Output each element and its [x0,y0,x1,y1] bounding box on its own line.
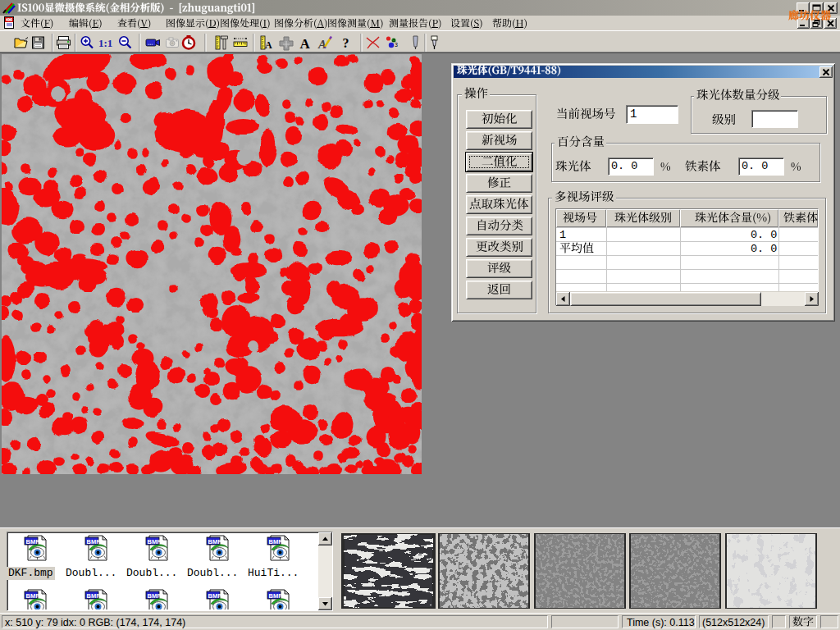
svg-text:A: A [300,36,311,52]
svg-text:?: ? [343,36,349,50]
svg-text:3: 3 [395,42,398,48]
svg-text:DOC: DOC [6,18,15,22]
svg-text:A: A [317,38,326,51]
svg-text:1:1: 1:1 [98,37,112,49]
svg-text:A: A [265,39,272,51]
